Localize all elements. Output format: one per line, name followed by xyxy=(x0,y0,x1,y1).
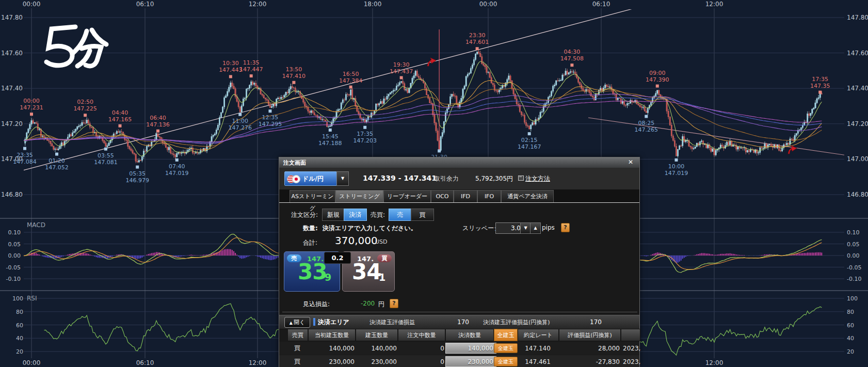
svg-text:147.136: 147.136 xyxy=(146,121,170,128)
col-header-settle-qty[interactable]: 決済数量 xyxy=(445,329,494,341)
expected-pl-label: 見込損益: xyxy=(303,300,330,309)
tab-as-streaming[interactable]: ASストリーミング xyxy=(290,190,335,202)
svg-text:00:00: 00:00 xyxy=(23,359,41,366)
order-type-settle-button[interactable]: 決済 xyxy=(344,209,367,221)
spread-value: 0.2 xyxy=(324,252,351,264)
col-header-pl-yen[interactable]: 評価損益(円換算) xyxy=(559,329,621,341)
svg-text:17:35: 17:35 xyxy=(812,76,828,83)
triangle-down-icon: ▼ xyxy=(524,226,527,230)
settle-qty-input[interactable]: 140,000 xyxy=(445,343,496,354)
sell-price-big: 33 xyxy=(298,259,327,284)
svg-text:06:10: 06:10 xyxy=(136,1,154,8)
col-header-rate[interactable]: 約定レート xyxy=(518,329,559,341)
svg-text:00:00: 00:00 xyxy=(23,1,41,8)
cell-pl-yen: 28,000 xyxy=(559,342,624,355)
svg-text:-0.05: -0.05 xyxy=(6,264,21,271)
svg-text:0.00: 0.00 xyxy=(847,252,860,259)
table-row[interactable]: 買 230,000 230,000 0 230,000 全建玉 147.461 … xyxy=(279,355,639,367)
svg-text:23:30: 23:30 xyxy=(469,32,486,39)
slippage-help-icon[interactable]: ? xyxy=(561,223,570,232)
svg-text:12:00: 12:00 xyxy=(705,1,724,8)
svg-text:80: 80 xyxy=(847,309,854,315)
svg-text:12:00: 12:00 xyxy=(249,359,267,366)
table-row[interactable]: 買 140,000 140,000 0 140,000 全建玉 147.140 … xyxy=(279,342,639,355)
svg-text:147.390: 147.390 xyxy=(646,76,669,83)
sell-price-sub: 9 xyxy=(325,272,331,283)
side-sell-button[interactable]: 売 xyxy=(389,209,412,221)
svg-text:147.165: 147.165 xyxy=(108,116,132,123)
svg-text:07:40: 07:40 xyxy=(169,163,185,170)
svg-text:146.979: 146.979 xyxy=(125,177,149,184)
dialog-titlebar[interactable]: 注文画面 ✕ xyxy=(279,157,639,168)
svg-text:23:35: 23:35 xyxy=(17,152,33,158)
expected-pl-help-icon[interactable]: ? xyxy=(390,299,398,308)
svg-text:147.508: 147.508 xyxy=(560,55,584,62)
svg-text:04:40: 04:40 xyxy=(112,109,128,116)
close-icon[interactable]: ✕ xyxy=(628,158,633,166)
svg-text:02:50: 02:50 xyxy=(77,99,93,105)
svg-text:147.80: 147.80 xyxy=(847,14,868,21)
order-method-link[interactable]: 注文方法 xyxy=(525,174,550,183)
slippage-unit: pips xyxy=(542,224,555,231)
svg-text:146.80: 146.80 xyxy=(1,191,23,198)
cell-side: 買 xyxy=(287,355,307,367)
price-board: 売 147. 33 9 買 147. 34 1 0.2 xyxy=(279,251,639,293)
tab-ifd[interactable]: IFD xyxy=(454,190,477,202)
svg-text:147.188: 147.188 xyxy=(318,140,342,147)
svg-text:05:35: 05:35 xyxy=(129,170,146,177)
svg-text:146.80: 146.80 xyxy=(847,191,868,198)
currency-dropdown-button[interactable]: ▼ xyxy=(336,171,349,186)
svg-text:15:45: 15:45 xyxy=(322,133,339,140)
settle-pl-value: 170 xyxy=(434,318,469,326)
currency-pair-label: ドル/円 xyxy=(302,174,324,183)
tab-oco[interactable]: OCO xyxy=(431,190,454,202)
svg-text:147.410: 147.410 xyxy=(282,73,306,79)
svg-text:08:25: 08:25 xyxy=(638,120,654,126)
col-header-position-qty[interactable]: 建玉数量 xyxy=(356,329,398,341)
svg-text:01:20: 01:20 xyxy=(49,157,65,164)
all-positions-button[interactable]: 全建玉 xyxy=(494,357,518,366)
svg-text:17:35: 17:35 xyxy=(357,131,373,137)
col-header-side[interactable]: 売買 xyxy=(287,329,308,341)
chevron-down-icon: ▼ xyxy=(341,176,344,181)
svg-text:147.437: 147.437 xyxy=(390,68,413,75)
svg-text:13:50: 13:50 xyxy=(286,66,302,73)
buy-price-big: 34 xyxy=(352,259,381,284)
side-label: 売買: xyxy=(371,211,385,219)
order-method-icon xyxy=(518,175,524,181)
tab-leave-order[interactable]: リーブオーダー xyxy=(383,190,431,202)
svg-text:-0.10: -0.10 xyxy=(6,276,21,282)
settle-qty-input[interactable]: 230,000 xyxy=(445,356,496,367)
order-type-new-button[interactable]: 新規 xyxy=(322,209,345,221)
side-buy-button[interactable]: 買 xyxy=(411,209,434,221)
svg-text:100: 100 xyxy=(12,295,23,302)
col-header-all-positions-button[interactable]: 全建玉 xyxy=(494,329,518,341)
svg-text:60: 60 xyxy=(847,322,854,329)
tab-ifo[interactable]: IFO xyxy=(477,190,501,202)
settle-area-toggle-button[interactable]: ▲開く xyxy=(284,317,310,328)
tab-close-all[interactable]: 通貨ペア全決済 xyxy=(501,190,554,202)
slippage-increment-button[interactable]: ▲ xyxy=(530,222,541,234)
svg-text:20: 20 xyxy=(847,348,854,355)
svg-text:12:00: 12:00 xyxy=(249,1,267,8)
col-header-pending-qty[interactable]: 注文中数量 xyxy=(398,329,445,341)
svg-text:147.60: 147.60 xyxy=(1,50,23,57)
currency-select[interactable]: ドル/円 xyxy=(284,171,337,186)
svg-text:40: 40 xyxy=(16,335,23,342)
col-header-initial-qty[interactable]: 当初建玉数量 xyxy=(308,329,356,341)
svg-text:147.80: 147.80 xyxy=(1,14,23,21)
svg-text:147.265: 147.265 xyxy=(635,126,658,133)
svg-text:03:55: 03:55 xyxy=(98,152,114,159)
slippage-decrement-button[interactable]: ▼ xyxy=(520,222,531,234)
svg-text:147.203: 147.203 xyxy=(353,137,377,144)
settle-pl-label: 決済建玉評価損益 xyxy=(369,318,415,326)
svg-text:18:00: 18:00 xyxy=(364,1,382,8)
all-positions-button[interactable]: 全建玉 xyxy=(494,343,518,353)
svg-text:11:35: 11:35 xyxy=(243,59,260,66)
cell-extra: 2023, xyxy=(621,342,646,355)
svg-text:-0.05: -0.05 xyxy=(847,264,861,271)
svg-text:10:30: 10:30 xyxy=(222,60,239,67)
cell-initial-qty: 230,000 xyxy=(308,355,359,367)
svg-text:00:00: 00:00 xyxy=(479,1,497,8)
tab-streaming[interactable]: ストリーミング xyxy=(335,190,383,202)
